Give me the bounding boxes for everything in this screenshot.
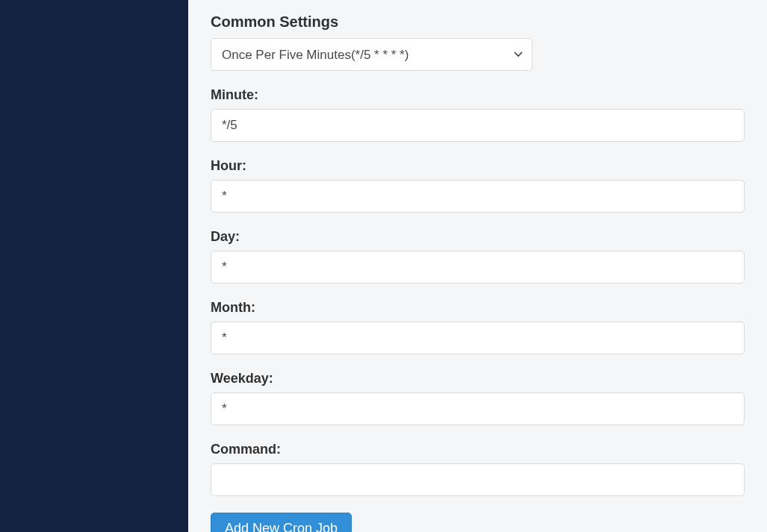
weekday-group: Weekday: Every Day (*) <box>211 371 745 425</box>
command-label: Command: <box>211 442 745 457</box>
add-cron-job-button[interactable]: Add New Cron Job <box>211 513 352 532</box>
month-input[interactable] <box>211 322 745 354</box>
day-group: Day: Every Day (*) <box>211 229 745 284</box>
hour-group: Hour: Every Hour (*) <box>211 158 745 213</box>
common-settings-heading: Common Settings <box>211 13 745 31</box>
minute-input[interactable] <box>211 109 745 142</box>
month-group: Month: Every Month (*) <box>211 300 745 354</box>
command-group: Command: <box>211 442 745 496</box>
month-label: Month: <box>211 300 745 316</box>
hour-label: Hour: <box>211 158 745 174</box>
common-settings-select[interactable]: Once Per Five Minutes(*/5 * * * *) <box>211 38 532 71</box>
weekday-label: Weekday: <box>211 371 745 387</box>
sidebar <box>0 0 188 532</box>
day-input[interactable] <box>211 251 745 284</box>
minute-label: Minute: <box>211 87 745 103</box>
day-label: Day: <box>211 229 745 245</box>
hour-input[interactable] <box>211 180 745 213</box>
cron-job-form: Common Settings Once Per Five Minutes(*/… <box>188 0 767 532</box>
weekday-input[interactable] <box>211 392 745 425</box>
common-settings-group: Common Settings Once Per Five Minutes(*/… <box>211 13 745 71</box>
command-input[interactable] <box>211 463 745 496</box>
minute-group: Minute: Once Per Five Minutes(*/5) <box>211 87 745 142</box>
